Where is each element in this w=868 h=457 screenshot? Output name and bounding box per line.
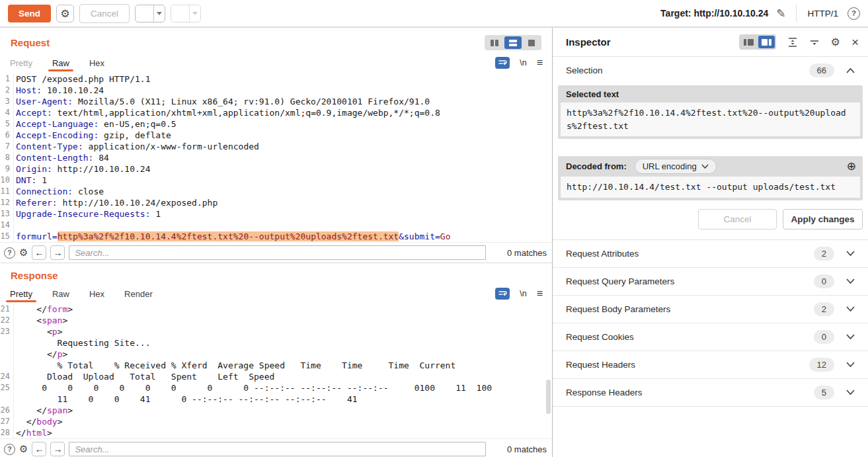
code-line[interactable]: 22 <span>	[0, 315, 552, 326]
search-settings-icon[interactable]: ⚙	[19, 443, 28, 455]
search-help-icon[interactable]: ?	[4, 247, 15, 259]
close-icon[interactable]: ×	[851, 36, 859, 48]
code-line[interactable]: Requesting Site...	[0, 337, 552, 349]
selected-text-value[interactable]: http%3a%2f%2f10.10.14.4%2ftest.txt%20--o…	[561, 103, 860, 136]
search-next-button[interactable]: →	[50, 442, 65, 456]
cancel-request-button: Cancel	[79, 4, 130, 23]
code-line[interactable]: 26 </span>	[0, 405, 552, 416]
tab-hex[interactable]: Hex	[89, 287, 105, 301]
word-wrap-toggle[interactable]	[495, 288, 510, 300]
code-line[interactable]: 10DNT: 1	[0, 175, 552, 186]
inspector-section-response-headers[interactable]: Response Headers5	[553, 379, 868, 407]
code-line[interactable]: % Total % Received % Xferd Average Speed…	[0, 360, 552, 371]
code-line[interactable]: 25 0 0 0 0 0 0 0 0 --:--:-- --:--:-- --:…	[0, 382, 552, 394]
code-line[interactable]: 2Host: 10.10.10.24	[0, 85, 552, 96]
repeater-toolbar: Send ⚙ Cancel < > Target: http://10.10.1…	[0, 0, 868, 28]
layout-columns-button[interactable]	[486, 36, 503, 49]
code-line[interactable]: 27 </body>	[0, 416, 552, 427]
search-settings-icon[interactable]: ⚙	[19, 247, 28, 259]
tab-hex[interactable]: Hex	[89, 56, 105, 70]
tab-render[interactable]: Render	[124, 287, 153, 301]
code-line[interactable]: 8Content-Length: 84	[0, 152, 552, 163]
help-icon[interactable]: ?	[848, 7, 860, 20]
code-line[interactable]: 6Accept-Encoding: gzip, deflate	[0, 130, 552, 141]
editor-menu-icon[interactable]: ≡	[537, 288, 543, 300]
decoded-card: Decoded from: URL encoding ⊕ http://10.1…	[558, 156, 863, 200]
inspector-section-request-cookies[interactable]: Request Cookies0	[553, 323, 868, 351]
history-forward-button: >	[171, 5, 189, 22]
chevron-down-icon	[846, 390, 855, 395]
line-number: 10	[0, 175, 14, 186]
response-editor[interactable]: 21 </form>22 <span>23 <p> Requesting Sit…	[0, 302, 552, 438]
code-line[interactable]: 7Content-Type: application/x-www-form-ur…	[0, 141, 552, 152]
code-line[interactable]: 24 Dload Upload Total Spent Left Speed	[0, 371, 552, 382]
code-line[interactable]: 9Origin: http://10.10.10.24	[0, 163, 552, 175]
tab-pretty[interactable]: Pretty	[9, 56, 33, 70]
decoded-value[interactable]: http://10.10.14.4/test.txt --output uplo…	[561, 177, 860, 198]
encoding-dropdown[interactable]: URL encoding	[635, 159, 717, 174]
code-line[interactable]: 5Accept-Language: en-US,en;q=0.5	[0, 118, 552, 130]
edit-target-icon[interactable]: ✎	[776, 7, 785, 21]
apply-changes-button[interactable]: Apply changes	[783, 209, 863, 229]
add-decoding-step-icon[interactable]: ⊕	[847, 159, 856, 173]
request-editor[interactable]: 1POST /exposed.php HTTP/1.12Host: 10.10.…	[0, 71, 552, 242]
inspector-layout-control	[739, 34, 776, 50]
search-help-icon[interactable]: ?	[4, 444, 15, 455]
request-search-input[interactable]	[69, 245, 486, 260]
code-line[interactable]: 21 </form>	[0, 304, 552, 315]
inspector-section-request-body-parameters[interactable]: Request Body Parameters2	[553, 296, 868, 323]
inspector-settings-icon[interactable]: ⚙	[831, 36, 840, 48]
inspector-section-request-headers[interactable]: Request Headers12	[553, 351, 868, 379]
section-count-badge: 5	[814, 386, 834, 399]
code-line[interactable]: 14	[0, 220, 552, 231]
show-newlines-toggle[interactable]: \n	[520, 289, 526, 298]
collapse-all-icon[interactable]	[809, 37, 820, 48]
tab-raw[interactable]: Raw	[52, 287, 70, 301]
tab-raw[interactable]: Raw	[52, 56, 70, 70]
line-number: 21	[0, 304, 14, 315]
search-prev-button[interactable]: ←	[32, 245, 46, 260]
response-search-input[interactable]	[69, 442, 486, 456]
inspector-dock-right-button[interactable]	[758, 36, 775, 48]
code-line[interactable]: 3User-Agent: Mozilla/5.0 (X11; Linux x86…	[0, 96, 552, 107]
code-line[interactable]: 11Connection: close	[0, 186, 552, 197]
code-line[interactable]: 12Referer: http://10.10.10.24/exposed.ph…	[0, 197, 552, 208]
code-line[interactable]: 4Accept: text/html,application/xhtml+xml…	[0, 107, 552, 118]
inspector-title: Inspector	[566, 36, 611, 48]
history-back-button[interactable]: <	[136, 5, 153, 22]
send-button[interactable]: Send	[8, 5, 51, 22]
decoded-from-label: Decoded from:	[566, 161, 627, 171]
code-line[interactable]: </p>	[0, 349, 552, 360]
search-next-button[interactable]: →	[50, 245, 65, 260]
editor-menu-icon[interactable]: ≡	[537, 57, 543, 69]
code-line[interactable]: 11 0 0 41 0 --:--:-- --:--:-- --:--:-- 4…	[0, 394, 552, 405]
line-number: 9	[0, 163, 14, 175]
line-number: 22	[0, 315, 14, 326]
line-number: 12	[0, 197, 14, 208]
section-label: Response Headers	[566, 388, 643, 397]
code-line[interactable]: 13Upgrade-Insecure-Requests: 1	[0, 208, 552, 220]
send-settings-button[interactable]: ⚙	[56, 5, 74, 22]
toolbar-right: Target: http://10.10.10.24 ✎ HTTP/1 ?	[660, 5, 860, 22]
code-line[interactable]: 15formurl=http%3a%2f%2f10.10.14.4%2ftest…	[0, 231, 552, 242]
word-wrap-toggle[interactable]	[495, 57, 510, 69]
http-version-label[interactable]: HTTP/1	[807, 9, 838, 19]
inspector-section-request-query-parameters[interactable]: Request Query Parameters0	[553, 268, 868, 296]
layout-single-button[interactable]	[523, 36, 540, 49]
inspector-section-request-attributes[interactable]: Request Attributes2	[553, 240, 868, 268]
search-prev-button[interactable]: ←	[32, 442, 46, 456]
layout-rows-button[interactable]	[504, 36, 522, 49]
tab-pretty[interactable]: Pretty	[9, 287, 33, 301]
show-newlines-toggle[interactable]: \n	[520, 58, 526, 67]
chevron-down-icon	[846, 278, 855, 284]
expand-all-icon[interactable]	[787, 37, 798, 48]
line-number	[0, 349, 14, 360]
selected-text-header: Selected text	[558, 85, 863, 103]
code-line[interactable]: 1POST /exposed.php HTTP/1.1	[0, 73, 552, 85]
code-line[interactable]: 23 <p>	[0, 326, 552, 337]
scrollbar-thumb[interactable]	[546, 380, 551, 414]
inspector-dock-left-button[interactable]	[740, 36, 757, 48]
selection-section-header[interactable]: Selection 66	[553, 56, 868, 84]
history-back-dropdown[interactable]	[153, 5, 165, 22]
code-line[interactable]: 28</html>	[0, 427, 552, 438]
